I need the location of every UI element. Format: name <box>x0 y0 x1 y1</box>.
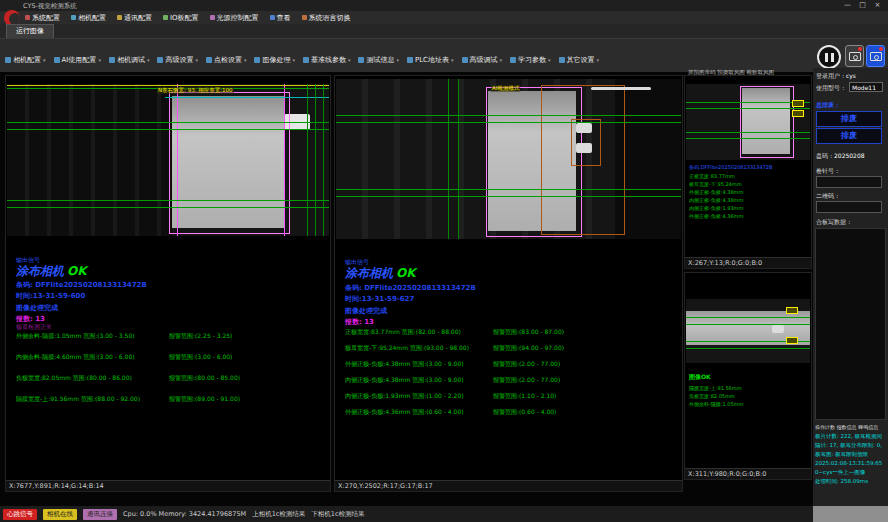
mini-label <box>786 337 798 344</box>
minimize-button[interactable]: — <box>840 0 855 11</box>
menu-icon <box>302 15 307 20</box>
overlay-line <box>7 200 329 201</box>
comm-link-badge: 通讯连接 <box>83 509 117 520</box>
camera-image-middle[interactable]: AI检测模式 <box>336 79 681 239</box>
result-ok: 图像OK <box>689 373 711 382</box>
measurement-row: 负极宽度:82.05mm 范围:(80.00 - 86.00)报警范围:(80.… <box>16 374 328 383</box>
chevron-down-icon: ▾ <box>195 57 198 63</box>
preview-image <box>686 299 810 363</box>
camera-image-left[interactable]: N卷右侧宽: 93. 相应卷宽:100 <box>7 84 329 236</box>
measurement-row: 外侧正极-负极:4.38mm 范围:(3.00 - 9.00)报警范围:(2.0… <box>345 360 680 369</box>
measurement-text: 隔膜宽度-上:91.56mm <box>689 385 742 391</box>
tool-icon <box>5 57 11 63</box>
overlay-line <box>315 84 316 236</box>
tool-label: 点检设置 <box>214 55 242 65</box>
measurement-row: 隔膜宽度-上:91.56mm 范围:(88.00 - 92.00)报警范围:(8… <box>16 395 328 404</box>
qr-field[interactable] <box>816 201 882 213</box>
tool-plc-address[interactable]: PLC地址表▾ <box>407 55 454 65</box>
status-text: 图像处理完成 <box>16 303 58 313</box>
camera-capture-button-active[interactable] <box>866 45 885 67</box>
overlay-line <box>686 138 810 139</box>
tool-icon <box>206 57 212 63</box>
needle-label: 卷针号： <box>816 167 840 176</box>
bottom-right-corner <box>813 506 888 522</box>
measurement-text: 负极宽度:82.05mm <box>689 393 735 399</box>
chevron-down-icon: ▾ <box>43 57 46 63</box>
menu-item-camera-config[interactable]: 相机配置 <box>71 13 106 23</box>
tool-camera-config[interactable]: 相机配置▾ <box>5 55 46 65</box>
chevron-down-icon: ▾ <box>348 57 351 63</box>
pause-button[interactable] <box>817 45 841 69</box>
menu-item-label: 光源控制配置 <box>217 13 259 23</box>
chevron-down-icon: ▾ <box>292 57 295 63</box>
tool-label: 其它设置 <box>567 55 595 65</box>
barcode-text: 条码: DFFlite2025020813313472B <box>16 280 147 290</box>
pixel-coords: X:311;Y:980;R:0;G:0;B:0 <box>685 468 811 479</box>
bright-streak <box>591 87 651 90</box>
measurement-text: 极耳宽度-下:95.24mm <box>689 181 742 187</box>
preview-panel-bottom[interactable]: 图像OK 隔膜宽度-上:91.56mm 负极宽度:82.05mm 外侧余料-隔膜… <box>684 272 812 480</box>
menu-icon <box>117 15 122 20</box>
tool-icon <box>54 57 60 63</box>
menu-item-label: IO板配置 <box>170 13 199 23</box>
code-label: 盘码： <box>816 152 834 159</box>
maximize-button[interactable]: □ <box>855 0 870 11</box>
mini-label <box>792 110 804 117</box>
record-dot-icon <box>879 47 883 51</box>
tool-learn-params[interactable]: 学习参数▾ <box>510 55 551 65</box>
camera-capture-button[interactable] <box>845 45 864 67</box>
menu-item-view[interactable]: 查看 <box>270 13 291 23</box>
chevron-down-icon: ▾ <box>451 57 454 63</box>
overlay-line <box>336 189 681 190</box>
tool-image-process[interactable]: 图像处理▾ <box>254 55 295 65</box>
tool-spot-check[interactable]: 点检设置▾ <box>206 55 247 65</box>
menu-item-system-config[interactable]: 系统配置 <box>25 13 60 23</box>
alarm-range-text: 报警范围:(2.00 - 77.00) <box>493 376 560 385</box>
tool-advanced-debug[interactable]: 高级调试▾ <box>462 55 503 65</box>
preview-panel-top[interactable]: 条码:DFFlite2025020813313472B 正极宽度:83.77mm… <box>684 75 812 269</box>
stats-header: 操作计数 报数信息 蜂鸣信息 <box>815 424 878 430</box>
heartbeat-badge: 心跳信号 <box>3 509 37 520</box>
mini-label <box>792 100 804 107</box>
code-value: 20250208 <box>834 152 865 159</box>
tool-camera-debug[interactable]: 相机调试▾ <box>109 55 150 65</box>
reject-button-1[interactable]: 排废 <box>816 111 882 127</box>
tool-advanced-settings[interactable]: 高级设置▾ <box>157 55 198 65</box>
app-window: CYS-视觉检测系统 — □ × 系统配置 相机配置 通讯配置 IO板配置 光源… <box>0 0 888 522</box>
model-field[interactable]: Mode11 <box>849 82 883 92</box>
menu-item-comm-config[interactable]: 通讯配置 <box>117 13 152 23</box>
measurement-text: 内侧正极-负极:4.38mm <box>689 197 743 203</box>
tool-other-settings[interactable]: 其它设置▾ <box>559 55 600 65</box>
menu-item-language[interactable]: 系统语言切换 <box>302 13 351 23</box>
tool-icon <box>358 57 364 63</box>
measurement-text: 外侧余料-隔膜:1.05mm 范围:(3.00 - 3.50) <box>16 332 135 341</box>
reject-button-2[interactable]: 排废 <box>816 128 882 144</box>
total-reject-label: 总排废： <box>816 101 840 110</box>
cpu-memory-text: Cpu: 0.0% Memory: 3424.41796875M <box>123 510 246 518</box>
camera-icon <box>849 52 861 61</box>
alarm-range-text: 报警范围:(1.10 - 2.10) <box>493 392 556 401</box>
menu-item-io-config[interactable]: IO板配置 <box>163 13 199 23</box>
tool-ai-config[interactable]: AI使用配置▾ <box>54 55 101 65</box>
overlay-line <box>177 84 178 236</box>
overlay-line <box>7 122 329 123</box>
chevron-down-icon: ▾ <box>147 57 150 63</box>
write-data-label: 合板写数据： <box>816 218 852 227</box>
close-button[interactable]: × <box>870 0 885 11</box>
window-controls: — □ × <box>840 0 885 11</box>
alarm-range-text: 报警范围:(89.00 - 91.00) <box>169 395 240 404</box>
menu-item-light-config[interactable]: 光源控制配置 <box>210 13 259 23</box>
stat-line: 极耳图: 极耳限制值限 <box>815 451 868 458</box>
pixel-coords: X:7677,Y:891;R:14;G:14;B:14 <box>6 480 330 491</box>
menu-icon <box>71 15 76 20</box>
tool-baseline-params[interactable]: 基准线参数▾ <box>303 55 351 65</box>
tab-bar-background <box>0 24 888 39</box>
needle-field[interactable] <box>816 176 882 188</box>
note-text: 极耳检测正常 <box>16 323 52 332</box>
measurement-text: 正极宽度:83.77mm 范围:(82.00 - 88.00) <box>345 328 461 337</box>
result-line: 涂布相机OK <box>345 265 416 282</box>
status-bar: 心跳信号 相机在线 通讯连接 Cpu: 0.0% Memory: 3424.41… <box>0 506 813 522</box>
tab-run-image[interactable]: 运行图像 <box>6 24 54 38</box>
tool-test-info[interactable]: 测试信息▾ <box>358 55 399 65</box>
result-ok: OK <box>67 264 87 278</box>
